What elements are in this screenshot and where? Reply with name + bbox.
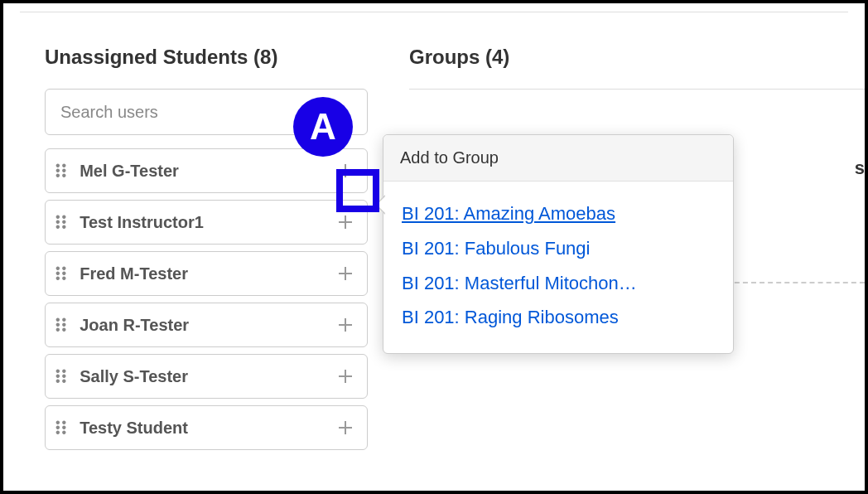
- student-name: Test Instructor1: [80, 213, 334, 232]
- drag-handle-icon[interactable]: ••••••: [55, 317, 68, 332]
- student-name: Mel G-Tester: [80, 162, 334, 181]
- student-row[interactable]: ••••••Testy Student: [45, 405, 368, 450]
- popover-arrow-icon: [375, 195, 385, 215]
- obscured-group-text: s: [855, 157, 865, 179]
- popover-header: Add to Group: [383, 135, 733, 182]
- annotation-badge-a: A: [293, 97, 353, 157]
- add-to-group-button[interactable]: [334, 262, 357, 285]
- student-row[interactable]: ••••••Sally S-Tester: [45, 354, 368, 399]
- unassigned-title: Unassigned Students (8): [45, 46, 376, 69]
- student-name: Fred M-Tester: [80, 264, 334, 283]
- group-option-link[interactable]: BI 201: Fabulous Fungi: [402, 231, 715, 266]
- drag-handle-icon[interactable]: ••••••: [55, 215, 68, 230]
- add-to-group-button[interactable]: [334, 211, 357, 234]
- add-to-group-button[interactable]: [334, 313, 357, 337]
- student-list: ••••••Mel G-Tester••••••Test Instructor1…: [45, 148, 376, 450]
- student-name: Testy Student: [80, 419, 334, 438]
- add-to-group-button[interactable]: [334, 159, 357, 182]
- student-name: Joan R-Tester: [80, 316, 334, 335]
- group-option-link[interactable]: BI 201: Masterful Mitochon…: [402, 266, 715, 301]
- student-row[interactable]: ••••••Fred M-Tester: [45, 251, 368, 296]
- add-to-group-popover: Add to Group BI 201: Amazing AmoebasBI 2…: [383, 134, 734, 354]
- drag-handle-icon[interactable]: ••••••: [55, 266, 68, 281]
- group-option-link[interactable]: BI 201: Raging Ribosomes: [402, 300, 715, 335]
- group-option-link[interactable]: BI 201: Amazing Amoebas: [402, 196, 715, 231]
- drag-handle-icon[interactable]: ••••••: [55, 420, 68, 435]
- student-row[interactable]: ••••••Test Instructor1: [45, 200, 368, 245]
- student-row[interactable]: ••••••Joan R-Tester: [45, 303, 368, 347]
- add-to-group-button[interactable]: [334, 365, 357, 388]
- drag-handle-icon[interactable]: ••••••: [55, 369, 68, 384]
- popover-body: BI 201: Amazing AmoebasBI 201: Fabulous …: [383, 182, 733, 353]
- add-to-group-button[interactable]: [334, 416, 357, 439]
- student-name: Sally S-Tester: [80, 367, 334, 386]
- drag-handle-icon[interactable]: ••••••: [55, 163, 68, 178]
- groups-title: Groups (4): [409, 46, 868, 69]
